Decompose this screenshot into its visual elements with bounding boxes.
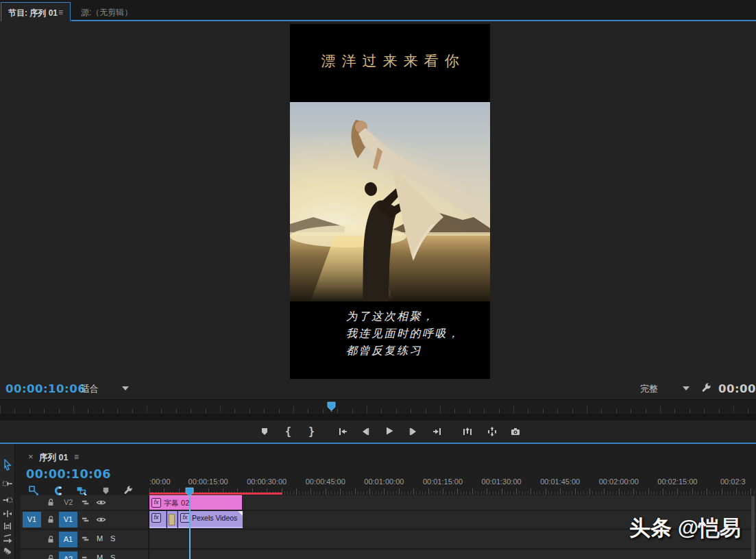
sequence-duration-timecode: 00:00:2 <box>718 382 756 395</box>
v1-source-patch[interactable]: V1 <box>23 512 41 527</box>
v2-track-label[interactable]: V2 <box>64 498 73 506</box>
scrubber-ticks-major <box>0 406 756 413</box>
tab-source-monitor[interactable]: 源:（无剪辑） <box>71 2 174 21</box>
ruler-label: 00:01:30:00 <box>482 477 522 486</box>
a1-sync-lock-icon[interactable] <box>80 534 90 544</box>
ruler-label: 00:01:45:00 <box>540 477 580 486</box>
v1-track-label[interactable]: V1 <box>59 512 77 527</box>
ruler-label: 00:00:30:00 <box>247 477 286 486</box>
fx-badge: fx <box>180 513 190 523</box>
v1-sync-lock-icon[interactable] <box>80 514 90 525</box>
settings-wrench-icon[interactable] <box>700 382 712 394</box>
ripple-edit-tool[interactable] <box>2 508 13 519</box>
track-row-a2 <box>21 550 756 559</box>
chevron-down-icon <box>683 386 690 390</box>
track-select-forward-tool[interactable] <box>2 478 13 489</box>
program-scrubber[interactable] <box>0 399 756 414</box>
watermark: 头条 @恺易 <box>629 514 756 543</box>
timeline-playhead-line[interactable] <box>189 492 191 559</box>
watermark-handle: @恺易 <box>678 516 741 540</box>
lift-button[interactable] <box>462 426 473 437</box>
watermark-brand: 头条 <box>629 516 672 540</box>
a2-sync-lock-icon[interactable] <box>80 554 90 559</box>
mark-out-button[interactable]: } <box>308 425 315 438</box>
tab-program-label: 节目: 序列 01 <box>8 8 58 19</box>
a1-lock-icon[interactable] <box>46 534 56 545</box>
rate-stretch-tool[interactable] <box>2 533 13 544</box>
play-button[interactable] <box>384 425 395 436</box>
clip-video-1[interactable]: fx <box>149 511 167 528</box>
a2-mute-button[interactable]: M <box>97 554 103 559</box>
go-to-in-button[interactable] <box>337 426 348 437</box>
timeline-ruler[interactable]: :00:00 00:00:15:00 00:00:30:00 00:00:45:… <box>149 471 756 495</box>
a2-solo-button[interactable]: S <box>110 554 115 559</box>
rolling-edit-tool[interactable] <box>2 521 13 532</box>
a2-lock-icon[interactable] <box>46 554 56 559</box>
render-status-bar <box>149 493 282 495</box>
step-forward-button[interactable] <box>408 426 419 437</box>
ruler-label: :00:00 <box>149 477 171 486</box>
step-back-button[interactable] <box>360 426 371 437</box>
a2-track-label[interactable]: A2 <box>59 551 77 559</box>
timeline-tab-close-icon[interactable]: × <box>28 451 34 462</box>
ruler-label: 00:02:3 <box>720 477 746 486</box>
ruler-label: 00:01:00:00 <box>364 477 404 486</box>
subtitle-line-3: 都曾反复练习 <box>346 342 461 359</box>
zoom-level-select[interactable]: 适合 <box>74 382 133 395</box>
add-marker-button[interactable] <box>259 426 270 437</box>
clip-end-notch <box>238 511 243 516</box>
clip-label: 字幕 02 <box>164 498 189 508</box>
ruler-label: 00:00:15:00 <box>188 477 228 486</box>
clip-pexels-videos[interactable]: fx Pexels Videos <box>178 511 243 528</box>
mark-in-button[interactable]: { <box>285 425 291 438</box>
v2-sync-lock-icon[interactable] <box>80 497 90 508</box>
v2-lock-icon[interactable] <box>46 497 56 508</box>
fx-badge: fx <box>151 498 161 508</box>
transport-bar: { } <box>0 421 756 443</box>
ruler-label: 00:01:15:00 <box>423 477 463 486</box>
program-playhead[interactable] <box>327 401 336 412</box>
timeline-playhead-head[interactable] <box>185 487 194 497</box>
zoom-level-value: 适合 <box>81 383 99 395</box>
subtitle-line-1: 为了这次相聚， <box>346 308 461 325</box>
timeline-settings-wrench-icon[interactable] <box>123 485 134 496</box>
resolution-value: 完整 <box>640 383 658 395</box>
timeline-tab-label[interactable]: 序列 01 <box>39 452 68 464</box>
chevron-down-icon <box>122 386 129 390</box>
clip-subtitle-02[interactable]: fx 字幕 02 <box>149 495 242 510</box>
fx-badge: fx <box>151 513 161 523</box>
video-title-text: 漂洋过来来看你 <box>290 51 490 71</box>
playback-resolution-select[interactable]: 完整 <box>633 382 695 395</box>
ruler-label: 00:02:00:00 <box>599 477 639 486</box>
timeline-timecode[interactable]: 00:00:10:06 <box>26 467 111 481</box>
premiere-window: 节目: 序列 01 ≡ 源:（无剪辑） 漂洋过来来看你 <box>0 0 756 559</box>
video-subtitle-block: 为了这次相聚， 我连见面时的呼吸， 都曾反复练习 <box>346 308 461 359</box>
clip-thumbnail <box>169 514 175 525</box>
tab-source-label: 源:（无剪辑） <box>81 7 132 18</box>
v1-track-output-eye-icon[interactable] <box>96 514 106 525</box>
clip-video-2[interactable] <box>167 511 178 528</box>
v1-lock-icon[interactable] <box>46 514 56 525</box>
v2-track-output-eye-icon[interactable] <box>96 497 106 508</box>
ruler-label: 00:02:15:00 <box>657 477 697 486</box>
subtitle-line-2: 我连见面时的呼吸， <box>346 325 461 342</box>
timeline-panel-menu-icon[interactable]: ≡ <box>74 452 79 462</box>
extract-button[interactable] <box>487 426 498 437</box>
scrubber-lower-band <box>0 414 756 421</box>
go-to-out-button[interactable] <box>432 426 443 437</box>
export-frame-camera-button[interactable] <box>510 426 521 437</box>
tab-program-monitor[interactable]: 节目: 序列 01 ≡ <box>1 2 71 21</box>
track-row-v2 <box>21 495 756 510</box>
razor-tool[interactable] <box>2 545 13 556</box>
selection-tool[interactable] <box>2 459 13 471</box>
a1-track-label[interactable]: A1 <box>59 532 77 547</box>
a1-solo-button[interactable]: S <box>110 534 115 543</box>
a1-mute-button[interactable]: M <box>97 534 103 543</box>
tools-panel <box>0 444 15 559</box>
panel-menu-icon[interactable]: ≡ <box>58 8 63 17</box>
timeline-add-marker-icon[interactable] <box>101 486 111 496</box>
track-select-backward-tool[interactable] <box>2 495 13 506</box>
ruler-label: 00:00:45:00 <box>306 477 345 486</box>
video-preview: 漂洋过来来看你 <box>290 24 490 379</box>
clip-label: Pexels Videos <box>192 514 237 522</box>
